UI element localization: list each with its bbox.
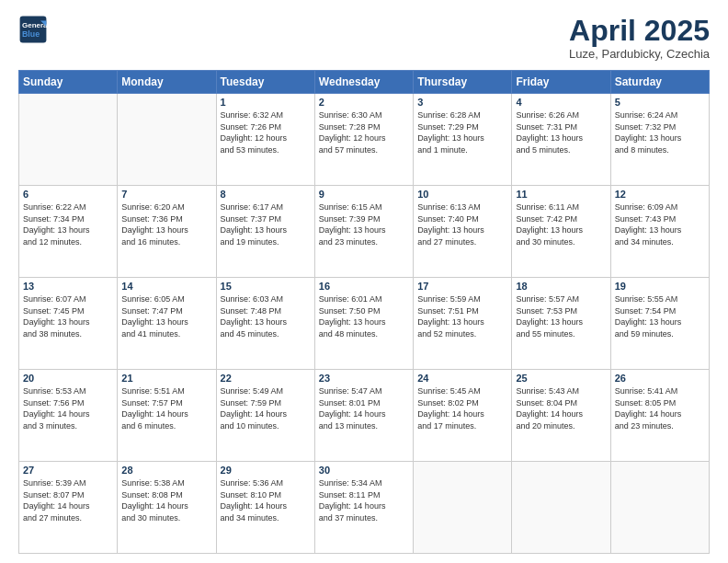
- calendar-cell: 18Sunrise: 5:57 AMSunset: 7:53 PMDayligh…: [512, 278, 610, 370]
- calendar-header-row: Sunday Monday Tuesday Wednesday Thursday…: [19, 71, 710, 94]
- day-detail: Sunrise: 6:30 AMSunset: 7:28 PMDaylight:…: [319, 109, 409, 155]
- calendar-cell: 26Sunrise: 5:41 AMSunset: 8:05 PMDayligh…: [610, 370, 709, 462]
- day-detail: Sunrise: 6:22 AMSunset: 7:34 PMDaylight:…: [23, 201, 113, 247]
- day-number: 7: [121, 189, 211, 200]
- calendar-week-4: 27Sunrise: 5:39 AMSunset: 8:07 PMDayligh…: [19, 462, 710, 554]
- calendar-cell: [610, 462, 709, 554]
- calendar-cell: 19Sunrise: 5:55 AMSunset: 7:54 PMDayligh…: [610, 278, 709, 370]
- col-tuesday: Tuesday: [216, 71, 314, 94]
- day-detail: Sunrise: 5:59 AMSunset: 7:51 PMDaylight:…: [417, 293, 507, 339]
- day-number: 14: [121, 281, 211, 292]
- day-detail: Sunrise: 5:34 AMSunset: 8:11 PMDaylight:…: [319, 477, 409, 523]
- calendar-cell: 30Sunrise: 5:34 AMSunset: 8:11 PMDayligh…: [314, 462, 413, 554]
- day-number: 8: [221, 189, 311, 200]
- col-monday: Monday: [118, 71, 216, 94]
- col-saturday: Saturday: [610, 71, 709, 94]
- calendar-cell: 21Sunrise: 5:51 AMSunset: 7:57 PMDayligh…: [118, 370, 216, 462]
- calendar-cell: 4Sunrise: 6:26 AMSunset: 7:31 PMDaylight…: [512, 94, 610, 186]
- calendar-cell: 10Sunrise: 6:13 AMSunset: 7:40 PMDayligh…: [414, 186, 512, 278]
- day-number: 19: [615, 281, 705, 292]
- day-detail: Sunrise: 5:55 AMSunset: 7:54 PMDaylight:…: [615, 293, 705, 339]
- day-detail: Sunrise: 6:24 AMSunset: 7:32 PMDaylight:…: [615, 109, 705, 155]
- calendar-cell: 15Sunrise: 6:03 AMSunset: 7:48 PMDayligh…: [216, 278, 314, 370]
- day-number: 24: [417, 373, 507, 384]
- day-detail: Sunrise: 6:17 AMSunset: 7:37 PMDaylight:…: [221, 201, 311, 247]
- day-number: 4: [516, 97, 606, 108]
- title-area: April 2025 Luze, Pardubicky, Czechia: [569, 15, 710, 61]
- svg-text:Blue: Blue: [22, 29, 40, 39]
- calendar-week-3: 20Sunrise: 5:53 AMSunset: 7:56 PMDayligh…: [19, 370, 710, 462]
- col-sunday: Sunday: [19, 71, 118, 94]
- day-number: 13: [23, 281, 113, 292]
- day-detail: Sunrise: 5:49 AMSunset: 7:59 PMDaylight:…: [221, 385, 311, 431]
- calendar-cell: 3Sunrise: 6:28 AMSunset: 7:29 PMDaylight…: [414, 94, 512, 186]
- day-number: 27: [23, 465, 113, 476]
- month-title: April 2025: [569, 15, 710, 47]
- calendar-cell: 5Sunrise: 6:24 AMSunset: 7:32 PMDaylight…: [610, 94, 709, 186]
- day-number: 6: [23, 189, 113, 200]
- day-number: 25: [516, 373, 606, 384]
- day-number: 5: [615, 97, 705, 108]
- day-number: 18: [516, 281, 606, 292]
- day-number: 12: [615, 189, 705, 200]
- calendar-week-0: 1Sunrise: 6:32 AMSunset: 7:26 PMDaylight…: [19, 94, 710, 186]
- day-number: 2: [319, 97, 409, 108]
- calendar-cell: [19, 94, 118, 186]
- calendar-cell: [118, 94, 216, 186]
- day-detail: Sunrise: 6:11 AMSunset: 7:42 PMDaylight:…: [516, 201, 606, 247]
- day-detail: Sunrise: 5:41 AMSunset: 8:05 PMDaylight:…: [615, 385, 705, 431]
- logo-icon: General Blue: [18, 15, 48, 44]
- calendar-cell: [414, 462, 512, 554]
- day-detail: Sunrise: 5:38 AMSunset: 8:08 PMDaylight:…: [121, 477, 211, 523]
- day-detail: Sunrise: 5:47 AMSunset: 8:01 PMDaylight:…: [319, 385, 409, 431]
- day-number: 30: [319, 465, 409, 476]
- calendar-cell: 20Sunrise: 5:53 AMSunset: 7:56 PMDayligh…: [19, 370, 118, 462]
- day-detail: Sunrise: 6:20 AMSunset: 7:36 PMDaylight:…: [121, 201, 211, 247]
- calendar-cell: 6Sunrise: 6:22 AMSunset: 7:34 PMDaylight…: [19, 186, 118, 278]
- day-detail: Sunrise: 5:39 AMSunset: 8:07 PMDaylight:…: [23, 477, 113, 523]
- calendar-cell: 2Sunrise: 6:30 AMSunset: 7:28 PMDaylight…: [314, 94, 413, 186]
- day-detail: Sunrise: 6:01 AMSunset: 7:50 PMDaylight:…: [319, 293, 409, 339]
- day-detail: Sunrise: 5:53 AMSunset: 7:56 PMDaylight:…: [23, 385, 113, 431]
- day-detail: Sunrise: 6:03 AMSunset: 7:48 PMDaylight:…: [221, 293, 311, 339]
- day-number: 15: [221, 281, 311, 292]
- calendar-cell: 25Sunrise: 5:43 AMSunset: 8:04 PMDayligh…: [512, 370, 610, 462]
- day-detail: Sunrise: 6:26 AMSunset: 7:31 PMDaylight:…: [516, 109, 606, 155]
- col-thursday: Thursday: [414, 71, 512, 94]
- calendar-cell: 9Sunrise: 6:15 AMSunset: 7:39 PMDaylight…: [314, 186, 413, 278]
- day-number: 16: [319, 281, 409, 292]
- day-number: 21: [121, 373, 211, 384]
- calendar-cell: 23Sunrise: 5:47 AMSunset: 8:01 PMDayligh…: [314, 370, 413, 462]
- calendar: Sunday Monday Tuesday Wednesday Thursday…: [18, 70, 710, 554]
- calendar-cell: 27Sunrise: 5:39 AMSunset: 8:07 PMDayligh…: [19, 462, 118, 554]
- day-number: 23: [319, 373, 409, 384]
- calendar-week-2: 13Sunrise: 6:07 AMSunset: 7:45 PMDayligh…: [19, 278, 710, 370]
- day-detail: Sunrise: 6:28 AMSunset: 7:29 PMDaylight:…: [417, 109, 507, 155]
- calendar-cell: 13Sunrise: 6:07 AMSunset: 7:45 PMDayligh…: [19, 278, 118, 370]
- day-number: 28: [121, 465, 211, 476]
- calendar-cell: 29Sunrise: 5:36 AMSunset: 8:10 PMDayligh…: [216, 462, 314, 554]
- calendar-cell: 11Sunrise: 6:11 AMSunset: 7:42 PMDayligh…: [512, 186, 610, 278]
- logo: General Blue: [18, 15, 48, 44]
- day-number: 1: [221, 97, 311, 108]
- calendar-week-1: 6Sunrise: 6:22 AMSunset: 7:34 PMDaylight…: [19, 186, 710, 278]
- day-number: 26: [615, 373, 705, 384]
- calendar-cell: 7Sunrise: 6:20 AMSunset: 7:36 PMDaylight…: [118, 186, 216, 278]
- day-detail: Sunrise: 6:09 AMSunset: 7:43 PMDaylight:…: [615, 201, 705, 247]
- calendar-cell: 24Sunrise: 5:45 AMSunset: 8:02 PMDayligh…: [414, 370, 512, 462]
- day-detail: Sunrise: 5:45 AMSunset: 8:02 PMDaylight:…: [417, 385, 507, 431]
- subtitle: Luze, Pardubicky, Czechia: [569, 47, 710, 61]
- day-detail: Sunrise: 6:15 AMSunset: 7:39 PMDaylight:…: [319, 201, 409, 247]
- day-number: 9: [319, 189, 409, 200]
- day-number: 22: [221, 373, 311, 384]
- day-detail: Sunrise: 5:36 AMSunset: 8:10 PMDaylight:…: [221, 477, 311, 523]
- day-number: 17: [417, 281, 507, 292]
- calendar-cell: 8Sunrise: 6:17 AMSunset: 7:37 PMDaylight…: [216, 186, 314, 278]
- day-detail: Sunrise: 6:05 AMSunset: 7:47 PMDaylight:…: [121, 293, 211, 339]
- col-wednesday: Wednesday: [314, 71, 413, 94]
- day-detail: Sunrise: 6:07 AMSunset: 7:45 PMDaylight:…: [23, 293, 113, 339]
- calendar-cell: 22Sunrise: 5:49 AMSunset: 7:59 PMDayligh…: [216, 370, 314, 462]
- calendar-cell: 28Sunrise: 5:38 AMSunset: 8:08 PMDayligh…: [118, 462, 216, 554]
- day-number: 10: [417, 189, 507, 200]
- day-detail: Sunrise: 5:51 AMSunset: 7:57 PMDaylight:…: [121, 385, 211, 431]
